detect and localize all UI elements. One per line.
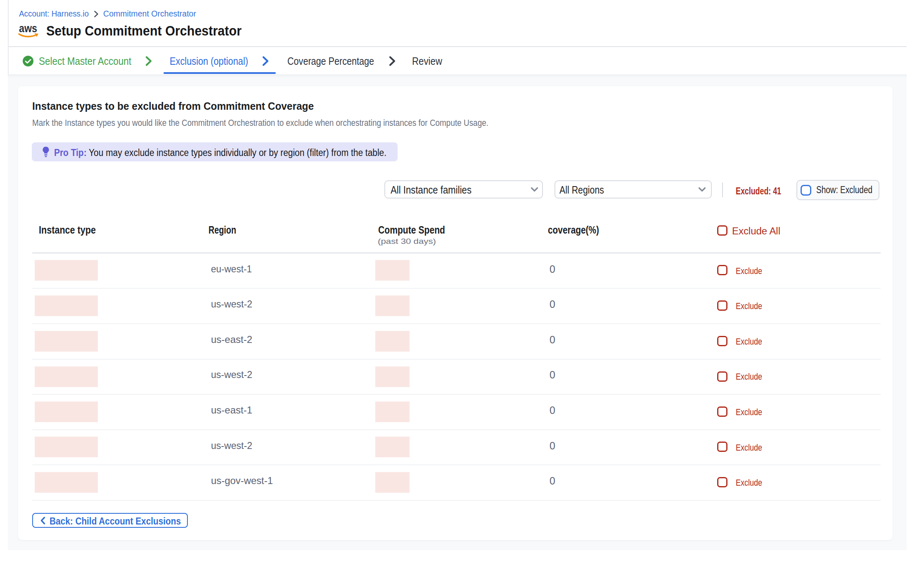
- svg-text:aws: aws: [19, 23, 37, 35]
